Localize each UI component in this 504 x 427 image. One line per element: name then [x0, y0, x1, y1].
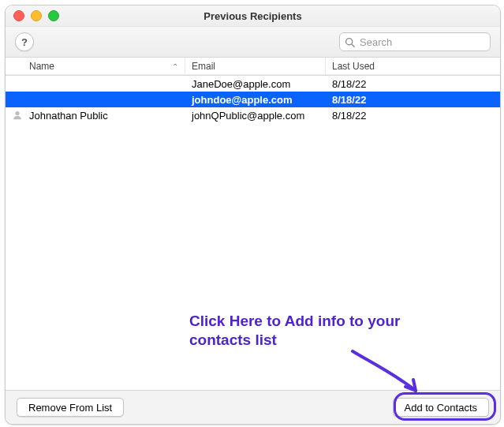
- minimize-window-button[interactable]: [31, 10, 42, 21]
- row-email-cell: johnQPublic@apple.com: [185, 110, 326, 122]
- row-email-cell: johndoe@apple.com: [185, 94, 326, 106]
- row-last-used-cell: 8/18/22: [326, 78, 500, 90]
- column-header-name[interactable]: Name ⌃: [23, 58, 185, 75]
- row-last-used-cell: 8/18/22: [326, 110, 500, 122]
- remove-from-list-button[interactable]: Remove From List: [17, 398, 124, 417]
- help-icon: ?: [21, 36, 28, 48]
- table-row[interactable]: Johnathan Public johnQPublic@apple.com 8…: [6, 107, 500, 123]
- toolbar: ?: [6, 27, 500, 58]
- help-button[interactable]: ?: [15, 32, 34, 51]
- table-row[interactable]: JaneDoe@apple.com 8/18/22: [6, 76, 500, 92]
- row-last-used-cell: 8/18/22: [326, 94, 500, 106]
- add-to-contacts-button[interactable]: Add to Contacts: [393, 398, 490, 417]
- recipients-table[interactable]: JaneDoe@apple.com 8/18/22 johndoe@apple.…: [6, 76, 500, 390]
- row-email-cell: JaneDoe@apple.com: [185, 78, 326, 90]
- previous-recipients-window: Previous Recipients ? Name ⌃ Email Last …: [5, 5, 501, 425]
- close-window-button[interactable]: [13, 10, 24, 21]
- column-header-name-label: Name: [29, 61, 54, 72]
- remove-from-list-label: Remove From List: [28, 402, 112, 414]
- sort-ascending-icon: ⌃: [172, 62, 178, 71]
- row-name-cell: Johnathan Public: [23, 110, 185, 122]
- search-input[interactable]: [358, 36, 485, 49]
- column-header-last-used[interactable]: Last Used: [326, 58, 500, 75]
- table-row[interactable]: johndoe@apple.com 8/18/22: [6, 92, 500, 107]
- add-to-contacts-label: Add to Contacts: [405, 402, 478, 414]
- contact-card-icon: [12, 110, 23, 121]
- row-contact-icon-slot: [6, 110, 23, 121]
- column-header-icon[interactable]: [6, 58, 23, 75]
- search-icon: [345, 37, 355, 47]
- svg-point-2: [15, 111, 19, 115]
- search-field[interactable]: [339, 32, 491, 51]
- column-header-email[interactable]: Email: [185, 58, 326, 75]
- column-header-email-label: Email: [192, 61, 215, 72]
- window-controls: [13, 10, 59, 21]
- titlebar: Previous Recipients: [6, 6, 500, 27]
- window-title: Previous Recipients: [6, 10, 500, 22]
- table-header: Name ⌃ Email Last Used: [6, 58, 500, 76]
- footer: Remove From List Add to Contacts: [6, 390, 500, 424]
- svg-line-1: [352, 43, 354, 46]
- column-header-last-used-label: Last Used: [332, 61, 375, 72]
- zoom-window-button[interactable]: [48, 10, 59, 21]
